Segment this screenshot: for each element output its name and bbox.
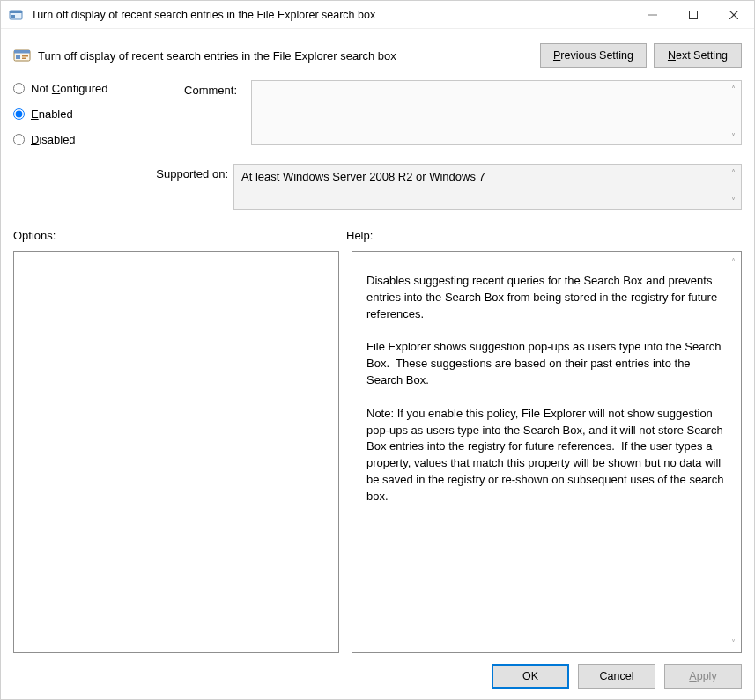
radio-enabled[interactable]: Enabled: [13, 107, 145, 121]
scroll-down-icon[interactable]: ˅: [727, 637, 739, 649]
panels-row: Disables suggesting recent queries for t…: [13, 251, 742, 653]
radio-disabled-label: Disabled: [31, 133, 76, 146]
comment-textbox[interactable]: ˄ ˅: [251, 80, 742, 145]
minimize-button[interactable]: [633, 1, 673, 29]
radio-enabled-label: Enabled: [31, 107, 73, 121]
nav-buttons: Previous Setting Next Setting: [540, 43, 742, 68]
help-text: Disables suggesting recent queries for t…: [352, 252, 741, 652]
title-bar: Turn off display of recent search entrie…: [1, 1, 754, 29]
previous-setting-button[interactable]: Previous Setting: [540, 43, 647, 68]
supported-on-row: Supported on: At least Windows Server 20…: [13, 164, 742, 210]
options-panel: [13, 251, 339, 653]
scroll-up-icon[interactable]: ˄: [727, 83, 739, 95]
state-radio-group: Not Configured Enabled Disabled: [13, 80, 145, 158]
maximize-button[interactable]: [673, 1, 714, 29]
dialog-actions: OK Cancel Apply: [13, 653, 742, 689]
help-panel: Disables suggesting recent queries for t…: [352, 251, 742, 653]
scroll-up-icon[interactable]: ˄: [727, 166, 739, 179]
close-button[interactable]: [714, 1, 754, 29]
radio-disabled-input[interactable]: [13, 134, 25, 145]
radio-not-configured-label: Not Configured: [31, 82, 107, 95]
apply-button: Apply: [664, 664, 742, 689]
next-label: ext Setting: [676, 49, 728, 62]
policy-icon: [13, 47, 31, 64]
state-and-comment-row: Not Configured Enabled Disabled Comment:…: [13, 80, 742, 158]
comment-label: Comment:: [154, 80, 242, 97]
dialog-body: Turn off display of recent search entrie…: [1, 29, 754, 699]
radio-disabled[interactable]: Disabled: [13, 133, 145, 146]
prev-label: revious Setting: [560, 49, 633, 62]
scroll-up-icon[interactable]: ˄: [727, 255, 739, 268]
options-label: Options:: [13, 229, 346, 242]
svg-rect-11: [22, 58, 26, 60]
window-title: Turn off display of recent search entrie…: [31, 9, 633, 21]
panel-labels-row: Options: Help:: [13, 229, 742, 242]
svg-rect-8: [14, 50, 30, 54]
app-icon: [8, 7, 24, 23]
cancel-button[interactable]: Cancel: [578, 664, 655, 689]
radio-not-configured-input[interactable]: [13, 83, 25, 94]
scroll-down-icon[interactable]: ˅: [727, 130, 739, 143]
window-buttons: [633, 1, 754, 29]
header-row: Turn off display of recent search entrie…: [13, 38, 742, 80]
supported-on-label: Supported on:: [145, 164, 233, 181]
radio-enabled-input[interactable]: [13, 108, 25, 120]
radio-not-configured[interactable]: Not Configured: [13, 82, 145, 95]
svg-rect-9: [16, 55, 20, 59]
supported-on-value: At least Windows Server 2008 R2 or Windo…: [234, 165, 741, 188]
scroll-down-icon[interactable]: ˅: [727, 195, 739, 207]
svg-rect-4: [690, 11, 698, 18]
supported-on-textbox: At least Windows Server 2008 R2 or Windo…: [233, 164, 742, 210]
svg-rect-1: [10, 11, 22, 13]
next-setting-button[interactable]: Next Setting: [654, 43, 742, 68]
help-label: Help:: [346, 229, 742, 242]
policy-title: Turn off display of recent search entrie…: [38, 49, 540, 63]
ok-button[interactable]: OK: [492, 664, 569, 689]
svg-rect-2: [11, 15, 15, 18]
comment-value: [252, 81, 741, 92]
svg-rect-10: [22, 55, 28, 57]
